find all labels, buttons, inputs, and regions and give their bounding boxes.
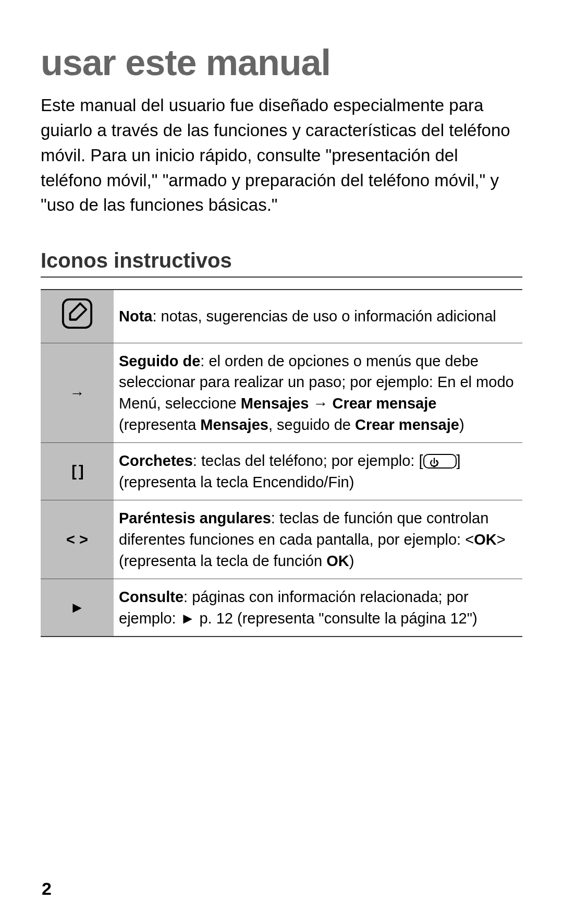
svg-rect-0	[63, 299, 91, 328]
table-row: [ ] Corchetes: teclas del teléfono; por …	[41, 443, 522, 500]
followed-text4: )	[459, 416, 464, 433]
angle-ok2: OK	[326, 553, 349, 569]
page-title: usar este manual	[41, 42, 522, 83]
desc-note: Nota: notas, sugerencias de uso o inform…	[114, 290, 522, 343]
angle-brackets-icon: < >	[66, 531, 88, 548]
followed-text2: (representa	[119, 416, 200, 433]
note-label: Nota	[119, 308, 152, 325]
followed-arrow: →	[309, 395, 332, 412]
refer-label: Consulte	[119, 589, 183, 605]
table-row: Nota: notas, sugerencias de uso o inform…	[41, 290, 522, 343]
icon-cell-triangle: ►	[41, 579, 114, 637]
icon-cell-brackets: [ ]	[41, 443, 114, 500]
desc-angle: Paréntesis angulares: teclas de función …	[114, 500, 522, 579]
angle-label: Paréntesis angulares	[119, 510, 271, 526]
note-icon	[61, 297, 93, 335]
desc-refer: Consulte: páginas con información relaci…	[114, 579, 522, 637]
table-row: ► Consulte: páginas con información rela…	[41, 579, 522, 637]
triangle-right-icon: ►	[70, 599, 85, 616]
manual-page: usar este manual Este manual del usuario…	[0, 0, 563, 924]
followed-msg: Mensajes	[241, 395, 309, 412]
power-key-icon	[423, 454, 457, 469]
brackets-label: Corchetes	[119, 452, 193, 469]
followed-label: Seguido de	[119, 353, 200, 369]
icon-cell-arrow: →	[41, 343, 114, 442]
table-row: → Seguido de: el orden de opciones o men…	[41, 343, 522, 442]
section-heading: Iconos instructivos	[41, 249, 522, 278]
arrow-right-icon: →	[70, 385, 85, 401]
brackets-icon: [ ]	[71, 463, 82, 479]
icon-table: Nota: notas, sugerencias de uso o inform…	[41, 289, 522, 637]
intro-paragraph: Este manual del usuario fue diseñado esp…	[41, 93, 522, 218]
followed-msg2: Mensajes	[200, 416, 268, 433]
icon-table-wrap: Nota: notas, sugerencias de uso o inform…	[41, 289, 522, 637]
note-text: : notas, sugerencias de uso o informació…	[152, 308, 496, 325]
desc-followed: Seguido de: el orden de opciones o menús…	[114, 343, 522, 442]
table-row: < > Paréntesis angulares: teclas de func…	[41, 500, 522, 579]
brackets-text1: : teclas del teléfono; por ejemplo: [	[193, 452, 423, 469]
angle-text3: )	[349, 553, 354, 569]
page-number: 2	[42, 879, 52, 899]
followed-crear: Crear mensaje	[332, 395, 436, 412]
angle-ok: OK	[474, 531, 497, 548]
desc-brackets: Corchetes: teclas del teléfono; por ejem…	[114, 443, 522, 500]
icon-cell-angle: < >	[41, 500, 114, 579]
followed-text3: , seguido de	[268, 416, 355, 433]
followed-crear2: Crear mensaje	[355, 416, 459, 433]
icon-cell-note	[41, 290, 114, 343]
